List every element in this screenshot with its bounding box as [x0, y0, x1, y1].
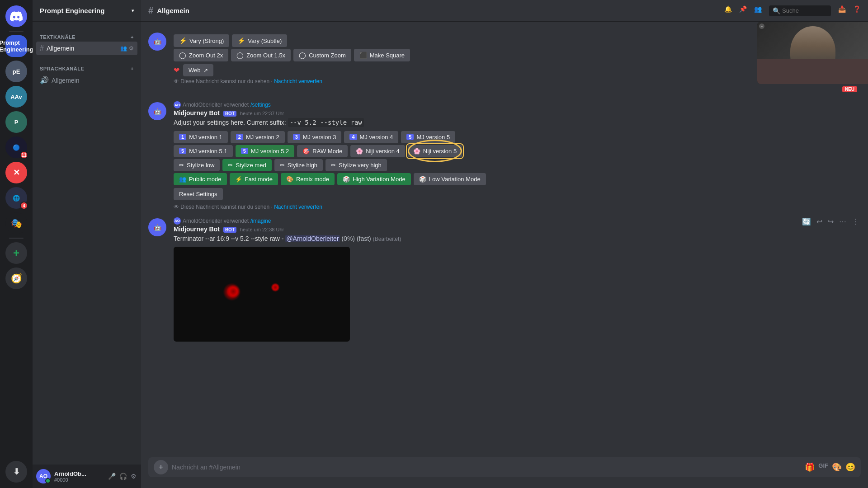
- dismiss-link-1[interactable]: Nachricht verwerfen: [274, 78, 322, 84]
- deafen-button[interactable]: 🎧: [118, 472, 128, 481]
- boost-icon[interactable]: 🔔: [724, 5, 732, 16]
- imagine-prompt-text: Terminator --ar 16:9 --v 5.2 --style raw…: [174, 235, 861, 244]
- niji-v5-button[interactable]: 🌸 Niji version 5: [408, 145, 462, 157]
- more-icon[interactable]: ⋮: [850, 216, 861, 228]
- mj-v51-button[interactable]: 5 MJ version 5.1: [174, 145, 233, 157]
- react-icon[interactable]: ⋯: [837, 216, 848, 228]
- help-icon[interactable]: ❓: [853, 5, 861, 16]
- remix-mode-button[interactable]: 🎨 Remix mode: [281, 173, 335, 185]
- low-variation-label: Low Variation Mode: [429, 176, 481, 183]
- server-header[interactable]: Prompt Engineering ▾: [33, 0, 141, 22]
- heart-icon[interactable]: ❤: [174, 66, 179, 75]
- make-square-button[interactable]: ⬛ Make Square: [354, 49, 410, 61]
- voice-icon: 🔊: [40, 76, 49, 84]
- explore-button[interactable]: 🧭: [5, 267, 27, 289]
- v51-label: MJ version 5.1: [189, 148, 227, 155]
- vary-strong-button[interactable]: ⚡ Vary (Strong): [174, 34, 229, 47]
- channel-invite-icon[interactable]: ⚙: [129, 45, 134, 52]
- only-you-text: Diese Nachricht kannst nur du sehen ·: [180, 78, 274, 84]
- server-aa[interactable]: AAv: [5, 86, 27, 108]
- input-right-icons: 🎁 GIF 🎨 😊: [805, 462, 855, 472]
- mention-user[interactable]: @ArnoldOberleiter: [285, 235, 340, 242]
- gif-button[interactable]: GIF: [818, 462, 828, 472]
- voice-allgemein[interactable]: 🔊 Allgemein: [36, 73, 137, 87]
- channel-name: Allgemein: [47, 45, 74, 52]
- zoom-out-15x-button[interactable]: ◯ Zoom Out 1.5x: [231, 49, 291, 61]
- v5-badge: 5: [406, 134, 414, 140]
- custom-zoom-button[interactable]: ◯ Custom Zoom: [293, 49, 351, 61]
- voice-channel-name: Allgemein: [52, 77, 79, 84]
- members-icon[interactable]: 👥: [754, 5, 762, 16]
- v4-label: MJ version 4: [360, 134, 393, 141]
- channel-allgemein[interactable]: # Allgemein 👥 ⚙: [36, 42, 137, 55]
- server-x[interactable]: ✕: [5, 162, 27, 183]
- vary-subtle-button[interactable]: ⚡ Vary (Subtle): [232, 34, 287, 47]
- mj-v5-button[interactable]: 5 MJ version 5: [401, 131, 455, 143]
- emoji-icon[interactable]: 😊: [845, 462, 855, 472]
- raw-mode-button[interactable]: 🎯 RAW Mode: [297, 145, 348, 157]
- message-content-3: AO ArnoldOberleiter verwendet /imagine M…: [174, 217, 861, 342]
- stylize-high-button[interactable]: ✏ Stylize high: [274, 159, 323, 171]
- add-server-button[interactable]: +: [5, 242, 27, 264]
- add-channel-icon[interactable]: +: [131, 34, 134, 40]
- add-attachment-button[interactable]: +: [154, 460, 168, 474]
- chat-area[interactable]: 🤖 ⚡ Vary (Strong) ⚡ Vary (Subtle): [141, 22, 868, 457]
- add-voice-icon[interactable]: +: [131, 66, 134, 71]
- stylize-low-button[interactable]: ✏ Stylize low: [174, 159, 220, 171]
- public-mode-button[interactable]: 👥 Public mode: [174, 173, 227, 185]
- server-p[interactable]: P: [5, 111, 27, 133]
- text-channels-header[interactable]: TEXTKANÄLE +: [36, 33, 137, 42]
- server-aa-label: AAv: [10, 94, 22, 100]
- web-button[interactable]: Web ↗: [183, 64, 213, 76]
- used-command-link-1[interactable]: /settings: [250, 102, 271, 108]
- voice-channels-header[interactable]: SPRACHKANÄLE +: [36, 64, 137, 73]
- vary-subtle-label: Vary (Subtle): [248, 38, 282, 44]
- zoom-out-2x-button[interactable]: ◯ Zoom Out 2x: [174, 49, 228, 61]
- custom-zoom-label: Custom Zoom: [309, 52, 346, 59]
- mj-v1-button[interactable]: 1 MJ version 1: [174, 131, 228, 143]
- sticker-icon[interactable]: 🎨: [832, 462, 842, 472]
- stylize-very-high-button[interactable]: ✏ Stylize very high: [326, 159, 387, 171]
- server-pe2[interactable]: pE: [5, 61, 27, 82]
- server-r3[interactable]: 🎭: [5, 212, 27, 234]
- used-command-link-2[interactable]: /imagine: [250, 218, 271, 224]
- mj-v4-button[interactable]: 4 MJ version 4: [344, 131, 398, 143]
- mj-v2-button[interactable]: 2 MJ version 2: [231, 131, 285, 143]
- mute-button[interactable]: 🎤: [107, 472, 117, 481]
- refresh-icon[interactable]: 🔄: [800, 216, 813, 228]
- fast-mode-button[interactable]: ⚡ Fast mode: [230, 173, 278, 185]
- server-pe[interactable]: Prompt Engineering: [5, 35, 27, 57]
- pin-icon[interactable]: 📌: [739, 5, 747, 16]
- gift-icon[interactable]: 🎁: [805, 462, 815, 472]
- inbox-icon[interactable]: 📥: [838, 5, 846, 16]
- server-pe-label: Prompt Engineering: [0, 39, 33, 53]
- niji-v4-button[interactable]: 🌸 Niji version 4: [350, 145, 405, 157]
- high-variation-button[interactable]: 🎲 High Variation Mode: [337, 173, 411, 185]
- message-input[interactable]: [172, 464, 801, 471]
- video-minimize-button[interactable]: −: [759, 23, 764, 29]
- search-input[interactable]: [782, 7, 827, 14]
- message-avatar-1: 🤖: [148, 33, 166, 51]
- channel-settings-icon[interactable]: 👥: [120, 45, 127, 52]
- stylize-med-label: Stylize med: [236, 162, 266, 169]
- copy-icon[interactable]: ↩: [815, 216, 824, 228]
- settings-button[interactable]: ⚙: [130, 472, 137, 481]
- reset-settings-button[interactable]: Reset Settings: [174, 188, 223, 200]
- stylize-med-button[interactable]: ✏ Stylize med: [222, 159, 271, 171]
- used-line-1: AO ArnoldOberleiter verwendet /settings: [174, 101, 861, 108]
- search-icon[interactable]: 🔍: [773, 7, 780, 14]
- server-r2[interactable]: 🌐 4: [5, 187, 27, 209]
- low-variation-button[interactable]: 🎲 Low Variation Mode: [414, 173, 486, 185]
- mj-v52-button[interactable]: 5 MJ version 5.2: [236, 145, 295, 157]
- server-r1[interactable]: 🔵 11: [5, 136, 27, 158]
- server-p-label: P: [14, 119, 19, 126]
- discord-home-button[interactable]: [5, 5, 27, 27]
- settings-text: Adjust your settings here. Current suffi…: [174, 118, 861, 127]
- server-name: Prompt Engineering: [40, 7, 104, 14]
- reply-icon[interactable]: ↪: [826, 216, 835, 228]
- bot-badge-1: BOT: [223, 111, 236, 117]
- mj-v3-button[interactable]: 3 MJ version 3: [288, 131, 342, 143]
- header-actions: 🔔 📌 👥 🔍 📥 ❓: [724, 5, 861, 16]
- dismiss-link-2[interactable]: Nachricht verwerfen: [274, 204, 322, 210]
- download-button[interactable]: ⬇: [5, 461, 27, 483]
